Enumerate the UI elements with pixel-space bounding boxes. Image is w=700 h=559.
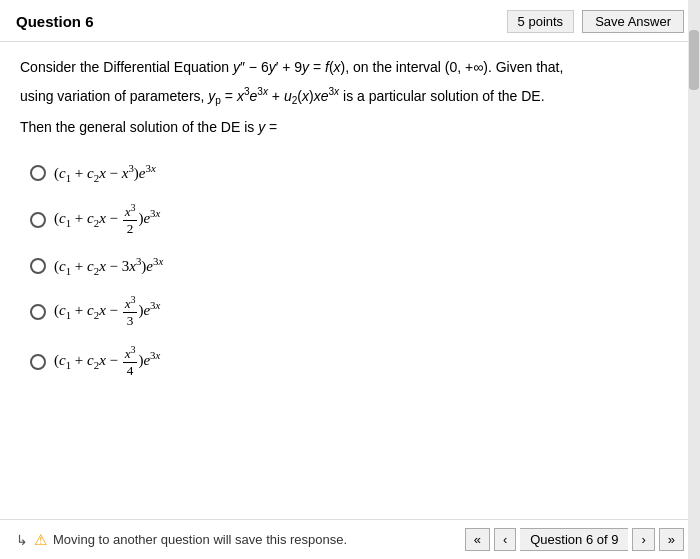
footer-left: ↳ ⚠ Moving to another question will save… bbox=[16, 531, 347, 549]
scrollbar[interactable] bbox=[688, 0, 700, 559]
radio-option-1[interactable] bbox=[30, 165, 46, 181]
question-title: Question 6 bbox=[16, 13, 94, 30]
option-4-label: (c1 + c2x − x3 3 )e3x bbox=[54, 295, 160, 329]
footer: ↳ ⚠ Moving to another question will save… bbox=[0, 519, 700, 559]
radio-option-4[interactable] bbox=[30, 304, 46, 320]
save-answer-button[interactable]: Save Answer bbox=[582, 10, 684, 33]
list-item: (c1 + c2x − x3 2 )e3x bbox=[20, 195, 680, 245]
option-1-label: (c1 + c2x − x3)e3x bbox=[54, 160, 156, 186]
intro-text: Consider the Differential Equation y″ − … bbox=[20, 56, 680, 78]
list-item: (c1 + c2x − x3 3 )e3x bbox=[20, 287, 680, 337]
radio-option-3[interactable] bbox=[30, 258, 46, 274]
last-question-button[interactable]: » bbox=[659, 528, 684, 551]
arrow-icon: ↳ bbox=[16, 532, 28, 548]
next-question-button[interactable]: › bbox=[632, 528, 654, 551]
first-question-button[interactable]: « bbox=[465, 528, 490, 551]
list-item: (c1 + c2x − x3 4 )e3x bbox=[20, 337, 680, 387]
footer-warning-text: Moving to another question will save thi… bbox=[53, 532, 347, 547]
question-counter: Question 6 of 9 bbox=[520, 528, 628, 551]
list-item: (c1 + c2x − x3)e3x bbox=[20, 152, 680, 194]
warning-icon: ⚠ bbox=[34, 531, 47, 549]
radio-option-5[interactable] bbox=[30, 354, 46, 370]
option-3-label: (c1 + c2x − 3x3)e3x bbox=[54, 253, 163, 279]
variation-line: using variation of parameters, yp = x3e3… bbox=[20, 84, 680, 110]
prev-question-button[interactable]: ‹ bbox=[494, 528, 516, 551]
list-item: (c1 + c2x − 3x3)e3x bbox=[20, 245, 680, 287]
general-solution-text: Then the general solution of the DE is y… bbox=[20, 116, 680, 138]
option-5-label: (c1 + c2x − x3 4 )e3x bbox=[54, 345, 160, 379]
footer-right: « ‹ Question 6 of 9 › » bbox=[465, 528, 684, 551]
options-list: (c1 + c2x − x3)e3x (c1 + c2x − x3 2 )e3x bbox=[20, 152, 680, 387]
radio-option-2[interactable] bbox=[30, 212, 46, 228]
option-2-label: (c1 + c2x − x3 2 )e3x bbox=[54, 203, 160, 237]
points-badge: 5 points bbox=[507, 10, 575, 33]
scrollbar-thumb[interactable] bbox=[689, 30, 699, 90]
